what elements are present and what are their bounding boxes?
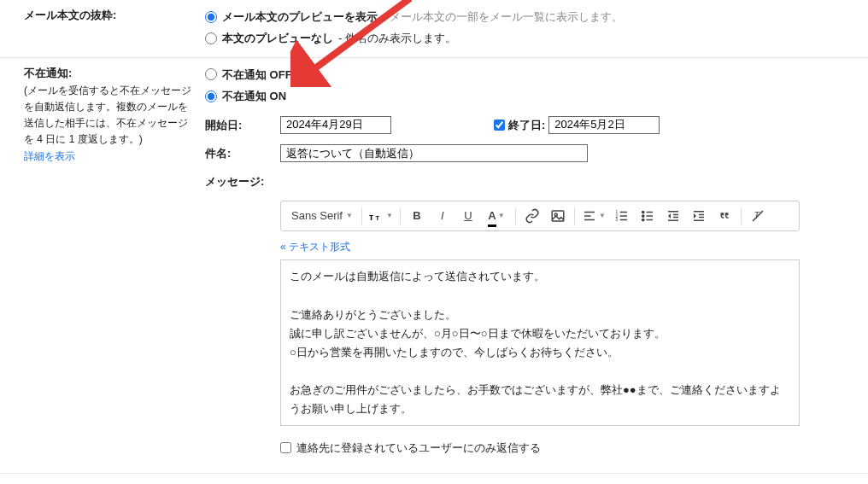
numbered-list-button[interactable]: 123: [611, 205, 633, 227]
snippet-title: メール本文の抜粋:: [24, 9, 116, 21]
chevron-down-icon: ▼: [498, 210, 505, 222]
vacation-on-option[interactable]: 不在通知 ON: [205, 86, 851, 106]
vacation-off-radio[interactable]: [205, 68, 217, 80]
snippet-no-preview-radio[interactable]: [205, 32, 217, 44]
bullet-list-button[interactable]: [636, 205, 659, 227]
vacation-off-option[interactable]: 不在通知 OFF: [205, 65, 851, 85]
chevron-down-icon: ▼: [599, 210, 606, 222]
font-size-button[interactable]: тT ▼: [367, 205, 395, 227]
snippet-show-preview-option[interactable]: メール本文のプレビューを表示 - メール本文の一部をメール一覧に表示します。: [205, 7, 851, 26]
editor-toolbar: Sans Serif ▼ тT ▼ B I U A: [280, 201, 800, 231]
chevron-down-icon: ▼: [386, 210, 393, 222]
snippet-show-preview-radio[interactable]: [205, 11, 217, 23]
snippet-no-preview-option[interactable]: 本文のプレビューなし - 件名のみ表示します。: [205, 28, 851, 48]
chevron-down-icon: ▼: [346, 210, 353, 222]
subject-input[interactable]: [280, 144, 588, 162]
svg-marker-24: [668, 213, 671, 219]
vacation-title: 不在通知:: [24, 65, 196, 83]
image-button[interactable]: [547, 205, 569, 227]
contacts-only-option[interactable]: 連絡先に登録されているユーザーにのみ返信する: [280, 438, 851, 458]
message-label: メッセージ:: [205, 172, 280, 191]
subject-label: 件名:: [205, 143, 280, 163]
message-body-editor[interactable]: このメールは自動返信によって送信されています。 ご連絡ありがとうございました。 …: [280, 259, 800, 426]
link-button[interactable]: [521, 205, 543, 227]
start-date-input[interactable]: [280, 116, 391, 134]
svg-text:3: 3: [615, 218, 618, 222]
end-date-input[interactable]: [548, 116, 660, 134]
svg-marker-29: [694, 213, 696, 219]
indent-more-button[interactable]: [688, 205, 710, 227]
italic-button[interactable]: I: [431, 205, 454, 227]
row-snippet: メール本文の抜粋: メール本文のプレビューを表示 - メール本文の一部をメール一…: [0, 0, 868, 58]
button-row: 変更を保存 キャンセル: [0, 473, 868, 484]
plain-text-link[interactable]: « テキスト形式: [280, 238, 350, 257]
remove-format-button[interactable]: T: [747, 205, 769, 227]
start-date-label: 開始日:: [205, 115, 280, 135]
end-date-checkbox[interactable]: [494, 120, 505, 131]
svg-text:T: T: [375, 213, 379, 221]
align-button[interactable]: ▼: [580, 205, 607, 227]
svg-text:т: т: [369, 211, 373, 221]
font-family-select[interactable]: Sans Serif ▼: [288, 206, 356, 225]
vacation-on-radio[interactable]: [205, 90, 217, 102]
indent-less-button[interactable]: [662, 205, 684, 227]
quote-button[interactable]: [713, 205, 736, 227]
text-color-button[interactable]: A ▼: [483, 205, 510, 227]
row-vacation: 不在通知: (メールを受信すると不在メッセージを自動返信します。複数のメールを送…: [0, 58, 868, 465]
vacation-desc: (メールを受信すると不在メッセージを自動返信します。複数のメールを送信した相手に…: [24, 83, 196, 149]
svg-point-16: [642, 219, 644, 220]
bold-button[interactable]: B: [406, 205, 428, 227]
svg-point-15: [642, 215, 644, 217]
underline-button[interactable]: U: [457, 205, 479, 227]
contacts-only-checkbox[interactable]: [280, 442, 291, 453]
end-date-label: 終了日:: [508, 115, 545, 135]
learn-more-link[interactable]: 詳細を表示: [24, 150, 75, 162]
svg-rect-3: [552, 211, 564, 221]
svg-point-14: [642, 211, 644, 213]
